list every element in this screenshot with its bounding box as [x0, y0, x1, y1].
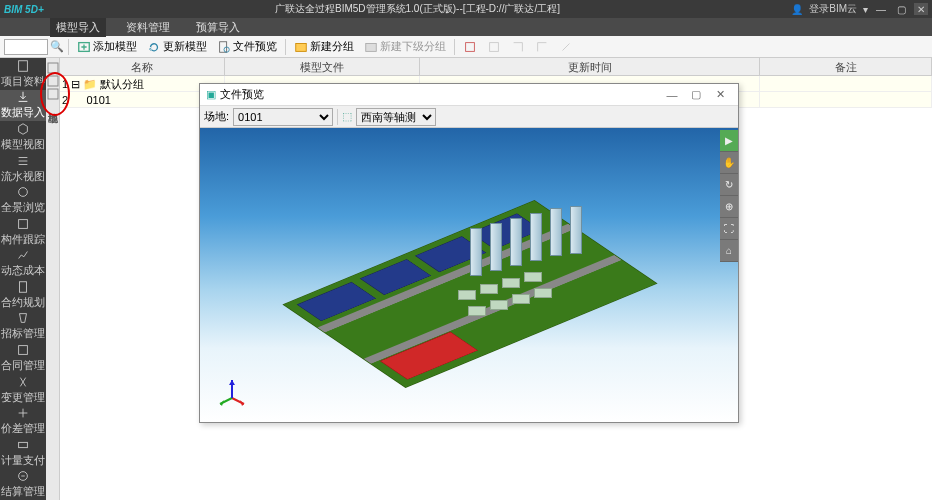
pv-tool-hand[interactable]: ✋ [720, 152, 738, 174]
col-time[interactable]: 更新时间 [420, 58, 760, 75]
preview-close[interactable]: ✕ [708, 88, 732, 101]
svg-rect-5 [466, 42, 475, 51]
col-note[interactable]: 备注 [760, 58, 932, 75]
preview-minimize[interactable]: — [660, 89, 684, 101]
sidebar-project-info[interactable]: 项目资料 [0, 58, 46, 90]
tool-icon-2[interactable] [483, 38, 505, 56]
sidebar-dynamic-cost[interactable]: 动态成本 [0, 247, 46, 279]
toolbar: 🔍 添加模型 更新模型 文件预览 新建分组 新建下级分组 [0, 36, 932, 58]
svg-marker-22 [229, 380, 235, 385]
sidebar-component-track[interactable]: 构件跟踪 [0, 216, 46, 248]
add-model-button[interactable]: 添加模型 [73, 38, 141, 56]
svg-rect-16 [48, 89, 58, 99]
svg-rect-11 [19, 346, 28, 355]
sidebar-settlement[interactable]: 结算管理 [0, 469, 46, 500]
pv-tool-fit[interactable]: ⛶ [720, 218, 738, 240]
tool-icon-4[interactable] [531, 38, 553, 56]
sidebar-price-diff[interactable]: 价差管理 [0, 405, 46, 437]
view-select[interactable]: 西南等轴测 [356, 108, 436, 126]
pv-tool-rotate[interactable]: ↻ [720, 174, 738, 196]
new-subgroup-button[interactable]: 新建下级分组 [360, 38, 450, 56]
preview-side-toolbar: ▶ ✋ ↻ ⊕ ⛶ ⌂ [720, 130, 738, 262]
sidebar-change-mgmt[interactable]: 变更管理 [0, 374, 46, 406]
maximize-button[interactable]: ▢ [894, 3, 908, 15]
col-file[interactable]: 模型文件 [225, 58, 420, 75]
update-model-button[interactable]: 更新模型 [143, 38, 211, 56]
new-group-button[interactable]: 新建分组 [290, 38, 358, 56]
sidebar-model-view[interactable]: 模型视图 [0, 121, 46, 153]
sidebar-contract-plan[interactable]: 合约规划 [0, 279, 46, 311]
preview-canvas[interactable] [200, 128, 738, 422]
close-button[interactable]: ✕ [914, 3, 928, 15]
sidebar-bidding[interactable]: 招标管理 [0, 311, 46, 343]
window-title: 广联达全过程BIM5D管理系统1.0(正式版)--[工程-D://广联达/工程] [44, 2, 791, 16]
svg-rect-10 [20, 282, 27, 293]
file-preview-window: ▣ 文件预览 — ▢ ✕ 场地: 0101 ⬚ 西南等轴测 [199, 83, 739, 423]
search-icon[interactable]: 🔍 [50, 40, 64, 53]
pv-tool-home[interactable]: ⌂ [720, 240, 738, 262]
file-preview-button[interactable]: 文件预览 [213, 38, 281, 56]
preview-icon: ▣ [206, 88, 216, 101]
vs-icon-3[interactable] [47, 88, 59, 100]
menu-budget[interactable]: 预算导入 [190, 18, 246, 37]
dropdown-icon[interactable]: ▾ [863, 4, 868, 15]
sidebar-contract-mgmt[interactable]: 合同管理 [0, 342, 46, 374]
svg-point-8 [19, 188, 28, 197]
preview-title: 文件预览 [220, 87, 660, 102]
svg-rect-9 [19, 219, 28, 228]
svg-rect-15 [48, 76, 58, 86]
pv-tool-pointer[interactable]: ▶ [720, 130, 738, 152]
tool-icon-1[interactable] [459, 38, 481, 56]
minimize-button[interactable]: — [874, 3, 888, 15]
sidebar-measure-pay[interactable]: 计量支付 [0, 437, 46, 469]
svg-rect-4 [366, 43, 377, 51]
scene-select[interactable]: 0101 [233, 108, 333, 126]
pv-tool-zoom[interactable]: ⊕ [720, 196, 738, 218]
cloud-login[interactable]: 登录BIM云 [809, 2, 857, 16]
svg-rect-14 [48, 63, 58, 73]
app-logo: BIM 5D+ [4, 4, 44, 15]
svg-rect-7 [19, 61, 28, 72]
vs-icon-2[interactable] [47, 75, 59, 87]
preview-maximize[interactable]: ▢ [684, 88, 708, 101]
search-input[interactable] [4, 39, 48, 55]
view-icon: ⬚ [342, 110, 352, 123]
menu-material[interactable]: 资料管理 [120, 18, 176, 37]
grid-header: 名称 模型文件 更新时间 备注 [60, 58, 932, 76]
vs-icon-1[interactable] [47, 62, 59, 74]
sidebar-data-import[interactable]: 数据导入 [0, 90, 46, 122]
menu-bar: 模型导入 资料管理 预算导入 [0, 18, 932, 36]
user-icon[interactable]: 👤 [791, 4, 803, 15]
col-name[interactable]: 名称 [60, 58, 225, 75]
scene-label: 场地: [204, 109, 229, 124]
sidebar: 项目资料 数据导入 模型视图 流水视图 全景浏览 构件跟踪 动态成本 合约规划 … [0, 58, 46, 500]
tool-icon-5[interactable] [555, 38, 577, 56]
sidebar-panorama[interactable]: 全景浏览 [0, 184, 46, 216]
svg-rect-3 [296, 43, 307, 51]
axis-gizmo [214, 374, 250, 410]
svg-rect-12 [19, 442, 28, 447]
sidebar-flow-view[interactable]: 流水视图 [0, 153, 46, 185]
svg-rect-6 [490, 42, 499, 51]
vertical-strip: 场地模型 [46, 58, 60, 500]
tool-icon-3[interactable] [507, 38, 529, 56]
menu-model-import[interactable]: 模型导入 [50, 18, 106, 37]
